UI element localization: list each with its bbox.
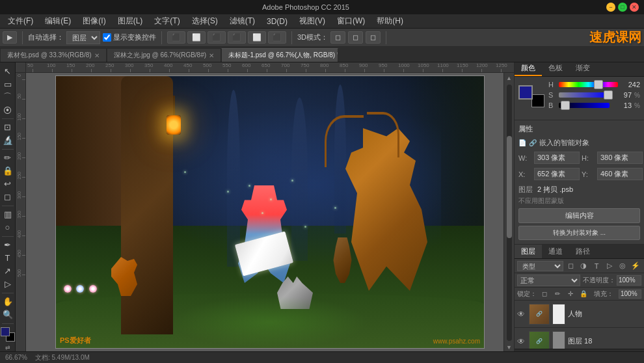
swap-colors-icon[interactable]: ⇄ (5, 344, 10, 351)
bri-track[interactable] (559, 103, 610, 108)
tool-path-select[interactable]: ↗ (1, 265, 14, 277)
menu-filter[interactable]: 滤镜(T) (224, 14, 260, 28)
align-bottom[interactable]: ⬛ (268, 31, 286, 44)
tool-dodge[interactable]: ○ (1, 222, 14, 234)
toolbar-arrow[interactable]: ▶ (3, 31, 17, 44)
tool-move[interactable]: ↖ (1, 65, 14, 77)
tool-pen[interactable]: ✒ (1, 239, 14, 251)
tool-zoom[interactable]: 🔍 (1, 309, 14, 321)
bg-color-swatch[interactable] (531, 94, 544, 107)
align-middle[interactable]: ⬜ (248, 31, 266, 44)
filter-toggle-btn[interactable]: ⚡ (630, 260, 641, 272)
tool-stamp[interactable]: 🔒 (1, 165, 14, 177)
3d-btn2[interactable]: ◻ (348, 31, 363, 44)
close-button[interactable]: ✕ (630, 3, 639, 12)
menu-layer[interactable]: 图层(L) (113, 14, 148, 28)
layers-tab-layers[interactable]: 图层 (515, 245, 542, 258)
3d-btn3[interactable]: ◻ (366, 31, 381, 44)
layers-tab-channels[interactable]: 通道 (542, 245, 569, 258)
tool-eraser[interactable]: ◻ (1, 191, 14, 203)
ruler-tick (481, 69, 482, 72)
canvas-image[interactable]: www.psahz.com PS爱好者 (55, 75, 485, 349)
scrollbar-v-track[interactable] (507, 85, 512, 341)
convert-btn[interactable]: 转换为封装对象 ... (518, 226, 640, 240)
layers-filter-type[interactable]: 类型 (517, 261, 563, 271)
show-transform-checkbox[interactable] (103, 33, 111, 42)
menu-help[interactable]: 帮助(H) (371, 14, 409, 28)
filter-type-btn[interactable]: T (591, 260, 602, 272)
align-top[interactable]: ⬛ (228, 31, 246, 44)
minimize-button[interactable]: − (606, 3, 615, 12)
tool-history-brush[interactable]: ↩ (1, 178, 14, 190)
menu-image[interactable]: 图像(I) (77, 14, 111, 28)
scroll-up-btn[interactable]: ▲ (504, 73, 515, 83)
tab-gradient[interactable]: 渐变 (569, 61, 597, 76)
filter-pixel-btn[interactable]: ◻ (565, 260, 576, 272)
window-controls: − □ ✕ (606, 3, 639, 12)
layer-eye-18[interactable]: 👁 (517, 337, 526, 346)
tool-marquee[interactable]: ▭ (1, 78, 14, 90)
maximize-button[interactable]: □ (618, 3, 627, 12)
layer-item-18[interactable]: 👁 🔗 图层 18 (515, 328, 644, 349)
lock-pixels-btn[interactable]: ✏ (552, 289, 563, 299)
layers-tab-paths[interactable]: 路径 (569, 245, 597, 258)
left-toolbox: ↖ ▭ ⌒ ⦿ ⊡ 🔬 ✏ 🔒 ↩ ◻ ▥ ○ ✒ T ↗ ▷ ✋ 🔍 ⇄ ◑ (0, 62, 16, 363)
fill-input[interactable] (619, 289, 641, 299)
canvas-content[interactable]: www.psahz.com PS爱好者 (26, 73, 514, 351)
fg-color-swatch[interactable] (518, 85, 533, 100)
tool-brush[interactable]: ✏ (1, 152, 14, 164)
layer-eye-person[interactable]: 👁 (517, 310, 526, 319)
hue-thumb[interactable] (594, 80, 603, 89)
lock-transparent-btn[interactable]: ◻ (539, 289, 550, 299)
menu-edit[interactable]: 编辑(E) (40, 14, 76, 28)
tab-0-close[interactable]: ✕ (94, 52, 100, 59)
menu-window[interactable]: 窗口(W) (332, 14, 370, 28)
align-center[interactable]: ⬜ (187, 31, 206, 44)
layer-mask-person (552, 304, 565, 325)
tab-color[interactable]: 颜色 (515, 61, 542, 76)
tool-crop[interactable]: ⊡ (1, 122, 14, 133)
title-text: Adobe Photoshop CC 2015 (5, 3, 606, 11)
tab-0[interactable]: 素材包.psd @ 33.3%(RGB/8) ✕ (0, 48, 107, 62)
filter-smart-btn[interactable]: ◎ (617, 260, 628, 272)
tool-text[interactable]: T (1, 252, 14, 264)
lock-position-btn[interactable]: ✛ (565, 289, 576, 299)
foreground-color-swatch[interactable] (1, 327, 10, 336)
menu-file[interactable]: 文件(F) (3, 14, 38, 28)
tool-eyedropper[interactable]: 🔬 (1, 135, 14, 146)
menu-3d[interactable]: 3D(D) (262, 16, 293, 27)
tool-gradient[interactable]: ▥ (1, 209, 14, 221)
filter-adj-btn[interactable]: ◑ (578, 260, 589, 272)
layer-item-person[interactable]: 👁 🔗 人物 (515, 301, 644, 328)
tool-sep5 (2, 293, 14, 293)
lock-all-btn[interactable]: 🔒 (578, 289, 589, 299)
hue-track[interactable] (559, 82, 618, 87)
bri-thumb[interactable] (561, 101, 570, 110)
align-left[interactable]: ⬛ (167, 31, 185, 44)
tool-hand[interactable]: ✋ (1, 296, 14, 308)
bg-tree-1 (227, 90, 240, 267)
layers-blend-mode[interactable]: 正常 溶解 正片叠底 滤色 叠加 (517, 275, 580, 286)
canvas-scrollbar-vertical[interactable]: ▲ ▼ (503, 73, 514, 353)
edit-content-btn[interactable]: 编辑内容 (518, 208, 640, 223)
menu-type[interactable]: 文字(T) (149, 14, 185, 28)
tab-1[interactable]: 深林之光.jpg @ 66.7%(RGB/8#) ✕ (107, 48, 221, 62)
tool-quick-select[interactable]: ⦿ (1, 104, 14, 116)
sat-thumb[interactable] (604, 90, 613, 100)
ruler-tick (462, 69, 463, 72)
tool-shape[interactable]: ▷ (1, 278, 14, 290)
align-right[interactable]: ⬛ (208, 31, 226, 44)
opacity-input[interactable] (617, 275, 641, 286)
auto-select-type[interactable]: 图层 组 (66, 31, 100, 44)
filter-shape-btn[interactable]: ▷ (604, 260, 615, 272)
tab-1-close[interactable]: ✕ (209, 52, 214, 59)
tab-2[interactable]: 未标题-1.psd @ 66.7%(人物, RGB/8) * ✕ (221, 48, 338, 62)
tab-swatches[interactable]: 色板 (542, 61, 569, 76)
sat-track[interactable] (559, 92, 610, 98)
menu-select[interactable]: 选择(S) (187, 14, 223, 28)
tool-lasso[interactable]: ⌒ (1, 91, 14, 103)
scrollbar-v-thumb[interactable] (507, 136, 512, 239)
3d-btn1[interactable]: ◻ (330, 31, 345, 44)
menu-view[interactable]: 视图(V) (294, 14, 330, 28)
deer-antler-left (325, 115, 364, 167)
